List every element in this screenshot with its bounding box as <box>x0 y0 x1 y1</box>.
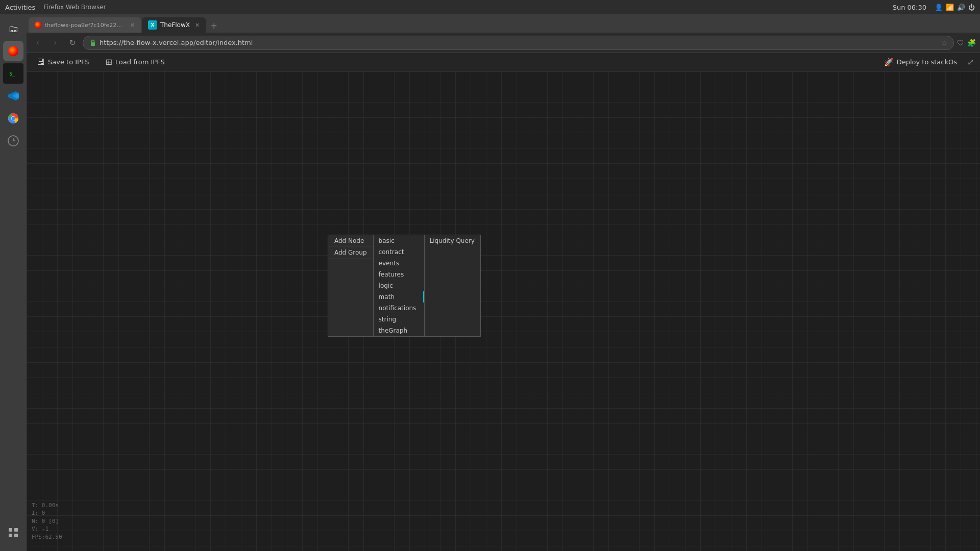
back-button[interactable]: ‹ <box>31 36 45 50</box>
tab-inactive[interactable]: theflowx-poa9ef7c10fe22e2... ✕ <box>29 17 141 33</box>
tab-inactive-title: theflowx-poa9ef7c10fe22e2... <box>44 22 125 29</box>
category-logic[interactable]: logic <box>374 280 424 291</box>
stat-t: T: 0.00s <box>32 502 62 509</box>
save-to-ipfs-button[interactable]: 🖫 Save to IPFS <box>33 55 93 69</box>
terminal-icon[interactable]: $_ <box>3 63 23 84</box>
svg-rect-12 <box>14 528 18 532</box>
extensions-icon[interactable]: 🧩 <box>967 39 976 47</box>
bookmark-icon[interactable]: ☆ <box>941 39 947 47</box>
canvas[interactable]: Add Node Add Group basic contract events <box>27 71 980 551</box>
forward-button[interactable]: › <box>48 36 62 50</box>
category-features[interactable]: features <box>374 269 424 280</box>
chrome-icon[interactable] <box>3 108 23 129</box>
url-bar-right: 🛡 🧩 <box>957 39 976 47</box>
clock-icon[interactable] <box>3 131 23 151</box>
tab-active[interactable]: X TheFlowX ✕ <box>142 17 206 33</box>
save-label: Save to IPFS <box>48 58 89 66</box>
dock: 🗂 $_ <box>0 14 27 551</box>
system-bar: Activities Firefox Web Browser Sun 06:30… <box>0 0 980 14</box>
vscode-icon[interactable] <box>3 86 23 106</box>
tab-bar: theflowx-poa9ef7c10fe22e2... ✕ X TheFlow… <box>27 14 980 33</box>
firefox-icon[interactable] <box>3 41 23 61</box>
load-from-ipfs-button[interactable]: ⊞ Load from IPFS <box>101 55 168 69</box>
shield-icon[interactable]: 🛡 <box>957 39 964 47</box>
deploy-label: Deploy to stackOs <box>897 58 957 66</box>
tab-active-close[interactable]: ✕ <box>195 22 200 29</box>
reload-button[interactable]: ↻ <box>65 36 80 50</box>
tab-inactive-close[interactable]: ✕ <box>130 22 135 29</box>
category-events[interactable]: events <box>374 258 424 269</box>
url-bar[interactable]: https://the-flow-x.vercel.app/editor/ind… <box>83 36 954 50</box>
toolbar-right: 🚀 Deploy to stackOs ⤢ <box>880 56 974 69</box>
category-string[interactable]: string <box>374 314 424 325</box>
address-bar: ‹ › ↻ https://the-flow-x.vercel.app/edit… <box>27 33 980 53</box>
svg-rect-13 <box>9 534 12 537</box>
power-icon[interactable]: ⏻ <box>968 4 975 11</box>
stat-v: V: -1 <box>32 525 62 533</box>
stat-fps: FPS:62.50 <box>32 533 62 541</box>
tab-favicon-ff <box>35 21 41 29</box>
menu-col-subcategories: Liqudity Query <box>425 235 481 337</box>
expand-icon[interactable]: ⤢ <box>967 57 974 67</box>
user-icon[interactable]: 👤 <box>935 4 943 11</box>
browser-window: theflowx-poa9ef7c10fe22e2... ✕ X TheFlow… <box>27 14 980 551</box>
activities-label[interactable]: Activities <box>5 4 35 11</box>
load-icon: ⊞ <box>105 57 112 67</box>
category-notifications[interactable]: notifications <box>374 303 424 314</box>
category-math[interactable]: math <box>374 291 424 303</box>
tab-favicon-tfx: X <box>148 20 157 30</box>
stat-n: N: 0 [0] <box>32 517 62 525</box>
menu-col-categories: basic contract events features logic mat… <box>374 235 425 337</box>
system-bar-left: Activities Firefox Web Browser <box>5 4 106 11</box>
tab-active-title: TheFlowX <box>160 21 190 29</box>
svg-rect-15 <box>91 42 95 46</box>
network-icon[interactable]: 📶 <box>946 4 954 11</box>
svg-text:$_: $_ <box>9 71 16 77</box>
tab-add-button[interactable]: + <box>207 18 221 33</box>
system-time: Sun 06:30 <box>893 4 926 11</box>
stat-i: I: 0 <box>32 509 62 517</box>
lock-icon <box>89 39 96 46</box>
svg-rect-14 <box>14 534 18 537</box>
add-node-item[interactable]: Add Node <box>328 235 373 247</box>
context-menu: Add Node Add Group basic contract events <box>328 235 481 337</box>
deploy-icon: 🚀 <box>884 58 894 67</box>
system-bar-right: Sun 06:30 👤 📶 🔊 ⏻ <box>893 4 975 11</box>
save-icon: 🖫 <box>37 57 45 67</box>
svg-rect-11 <box>9 528 12 532</box>
browser-label: Firefox Web Browser <box>43 4 106 11</box>
load-label: Load from IPFS <box>115 58 165 66</box>
volume-icon[interactable]: 🔊 <box>957 4 965 11</box>
add-group-item[interactable]: Add Group <box>328 247 373 259</box>
files-icon[interactable]: 🗂 <box>3 18 23 39</box>
menu-col-actions: Add Node Add Group <box>328 235 374 337</box>
category-contract[interactable]: contract <box>374 246 424 258</box>
app-toolbar: 🖫 Save to IPFS ⊞ Load from IPFS 🚀 Deploy… <box>27 53 980 71</box>
stats-overlay: T: 0.00s I: 0 N: 0 [0] V: -1 FPS:62.50 <box>32 502 62 541</box>
svg-point-7 <box>12 117 15 120</box>
category-thegraph[interactable]: theGraph <box>374 325 424 336</box>
subcategory-liquidity-query[interactable]: Liqudity Query <box>425 235 480 246</box>
deploy-button[interactable]: 🚀 Deploy to stackOs <box>880 56 961 69</box>
system-icons: 👤 📶 🔊 ⏻ <box>935 4 975 11</box>
url-text: https://the-flow-x.vercel.app/editor/ind… <box>100 39 253 46</box>
category-basic[interactable]: basic <box>374 235 424 246</box>
apps-icon[interactable] <box>3 522 23 543</box>
